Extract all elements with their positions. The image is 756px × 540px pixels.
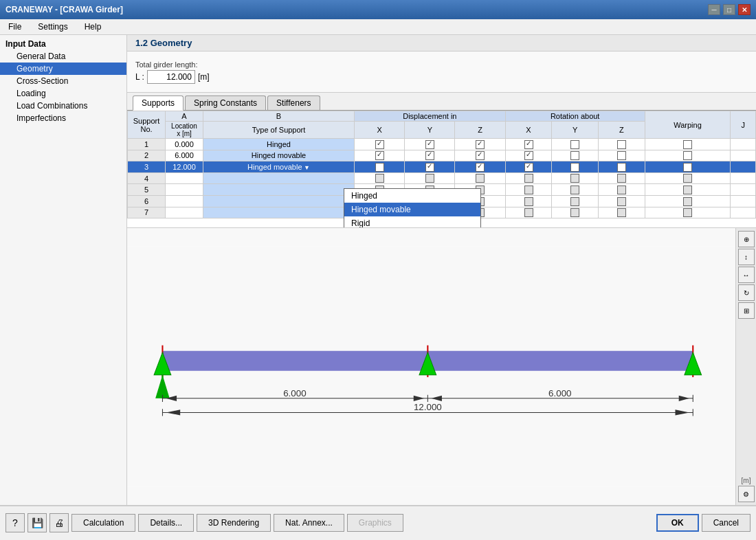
col-header-a: A xyxy=(166,111,203,122)
cell-type[interactable] xyxy=(203,172,355,184)
gfx-btn-view2[interactable]: ↕ xyxy=(738,249,755,265)
checkbox[interactable] xyxy=(570,208,579,217)
details-button[interactable]: Details... xyxy=(138,514,194,532)
graphics-area: 6.000 6.000 12.000 xyxy=(127,227,756,505)
gfx-btn-zoom[interactable]: ⊞ xyxy=(738,302,755,319)
checkbox[interactable] xyxy=(570,163,579,172)
sidebar-item-geometry[interactable]: Geometry xyxy=(0,63,126,75)
menu-bar: File Settings Help xyxy=(0,19,756,35)
checkbox[interactable] xyxy=(617,208,626,217)
print-icon-button[interactable]: 🖨 xyxy=(49,513,69,532)
graphics-button[interactable]: Graphics xyxy=(347,514,403,532)
checkbox[interactable] xyxy=(683,163,692,172)
checkbox[interactable] xyxy=(570,197,579,206)
dropdown-option-rigid[interactable]: Rigid xyxy=(344,216,480,227)
checkbox[interactable] xyxy=(476,151,485,160)
close-button[interactable]: ✕ xyxy=(738,4,751,15)
checkbox[interactable] xyxy=(683,208,692,217)
checkbox[interactable] xyxy=(683,140,692,149)
checkbox[interactable] xyxy=(617,174,626,183)
minimize-button[interactable]: ─ xyxy=(708,4,720,15)
dropdown-option-hinged-movable[interactable]: Hinged movable xyxy=(344,203,480,216)
type-dropdown[interactable]: Hinged Hinged movable Rigid Free Lateral… xyxy=(344,188,481,227)
checkbox[interactable] xyxy=(375,151,384,160)
checkbox[interactable] xyxy=(524,140,533,149)
col-header-support-no: Support No. xyxy=(128,111,166,139)
tab-stiffeners[interactable]: Stiffeners xyxy=(267,95,320,110)
gfx-btn-view4[interactable]: ↻ xyxy=(738,284,755,301)
cell-location[interactable] xyxy=(166,184,203,196)
tabs-bar: Supports Spring Constants Stiffeners xyxy=(127,93,756,111)
tab-supports[interactable]: Supports xyxy=(133,95,184,111)
cancel-button[interactable]: Cancel xyxy=(702,514,751,532)
checkbox[interactable] xyxy=(425,140,434,149)
col-header-rotation: Rotation about xyxy=(505,111,645,122)
sidebar-item-cross-section[interactable]: Cross-Section xyxy=(0,75,126,87)
checkbox[interactable] xyxy=(425,174,434,183)
help-icon-button[interactable]: ? xyxy=(5,513,25,532)
save-icon-button[interactable]: 💾 xyxy=(27,513,47,532)
cell-type[interactable]: Hinged xyxy=(203,139,355,150)
support-label-line1: Support xyxy=(133,117,160,125)
checkbox[interactable] xyxy=(524,185,533,194)
menu-settings[interactable]: Settings xyxy=(32,21,73,33)
cell-type[interactable]: Hinged movable xyxy=(203,150,355,161)
tab-spring-constants[interactable]: Spring Constants xyxy=(185,95,266,110)
length-input[interactable] xyxy=(147,70,195,84)
checkbox[interactable] xyxy=(524,197,533,206)
graphics-toolbar: ⊕ ↕ ↔ ↻ ⊞ [m] ⚙ xyxy=(735,228,756,505)
checkbox[interactable] xyxy=(524,163,533,172)
checkbox[interactable] xyxy=(476,174,485,183)
checkbox[interactable] xyxy=(425,163,434,172)
cell-location[interactable]: 6.000 xyxy=(166,150,203,161)
sidebar-item-imperfections[interactable]: Imperfections xyxy=(0,112,126,124)
gfx-btn-settings[interactable]: ⚙ xyxy=(738,486,755,502)
cell-type[interactable] xyxy=(203,184,355,196)
cell-type[interactable] xyxy=(203,195,355,207)
checkbox[interactable] xyxy=(476,163,485,172)
dropdown-option-hinged[interactable]: Hinged xyxy=(344,189,480,203)
checkbox[interactable] xyxy=(476,140,485,149)
checkbox[interactable] xyxy=(570,140,579,149)
sidebar-item-loading[interactable]: Loading xyxy=(0,87,126,100)
checkbox[interactable] xyxy=(683,151,692,160)
rendering-button[interactable]: 3D Rendering xyxy=(197,514,271,532)
checkbox[interactable] xyxy=(524,151,533,160)
checkbox[interactable] xyxy=(425,151,434,160)
svg-text:6.000: 6.000 xyxy=(548,388,571,398)
gfx-btn-view1[interactable]: ⊕ xyxy=(738,231,755,247)
maximize-button[interactable]: □ xyxy=(723,4,735,15)
col-header-j: J xyxy=(731,111,756,139)
checkbox[interactable] xyxy=(524,174,533,183)
checkbox[interactable] xyxy=(570,185,579,194)
cell-type[interactable]: Hinged movable ▼ xyxy=(203,161,355,173)
sidebar-item-general-data[interactable]: General Data xyxy=(0,50,126,63)
checkbox[interactable] xyxy=(617,151,626,160)
checkbox[interactable] xyxy=(524,208,533,217)
checkbox[interactable] xyxy=(683,197,692,206)
checkbox[interactable] xyxy=(617,140,626,149)
checkbox[interactable] xyxy=(683,174,692,183)
checkbox[interactable] xyxy=(375,163,384,172)
calculation-button[interactable]: Calculation xyxy=(71,514,135,532)
checkbox[interactable] xyxy=(375,174,384,183)
checkbox[interactable] xyxy=(570,151,579,160)
checkbox[interactable] xyxy=(617,163,626,172)
menu-file[interactable]: File xyxy=(3,21,27,33)
checkbox[interactable] xyxy=(570,174,579,183)
gfx-btn-view3[interactable]: ↔ xyxy=(738,267,755,283)
ok-button[interactable]: OK xyxy=(656,514,699,532)
checkbox[interactable] xyxy=(617,197,626,206)
cell-location[interactable] xyxy=(166,207,203,218)
cell-location[interactable] xyxy=(166,172,203,184)
checkbox[interactable] xyxy=(617,185,626,194)
sidebar-item-load-combinations[interactable]: Load Combinations xyxy=(0,100,126,112)
cell-location[interactable]: 0.000 xyxy=(166,139,203,150)
nat-annex-button[interactable]: Nat. Annex... xyxy=(274,514,344,532)
menu-help[interactable]: Help xyxy=(79,21,107,33)
cell-location[interactable] xyxy=(166,195,203,207)
cell-type[interactable] xyxy=(203,207,355,218)
checkbox[interactable] xyxy=(375,140,384,149)
checkbox[interactable] xyxy=(683,185,692,194)
cell-location[interactable]: 12.000 xyxy=(166,161,203,173)
